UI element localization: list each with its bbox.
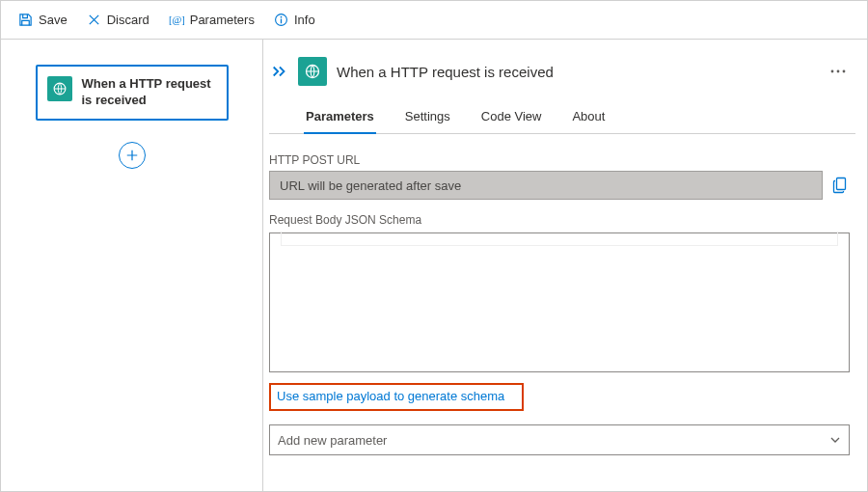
- main-split: When a HTTP request is received When a H…: [1, 40, 867, 491]
- tab-about[interactable]: About: [570, 101, 607, 133]
- tab-parameters[interactable]: Parameters: [304, 101, 376, 133]
- parameters-button[interactable]: [@] Parameters: [161, 9, 262, 31]
- save-label: Save: [39, 13, 68, 27]
- http-url-value: URL will be generated after save: [280, 178, 461, 193]
- detail-title: When a HTTP request is received: [337, 64, 554, 80]
- command-bar: Save Discard [@] Parameters Info: [1, 1, 867, 40]
- http-trigger-icon: [298, 57, 327, 86]
- detail-header: When a HTTP request is received: [269, 57, 855, 92]
- plus-icon: [125, 149, 139, 162]
- svg-point-7: [837, 70, 840, 73]
- copy-icon: [832, 177, 848, 194]
- trigger-card-title: When a HTTP request is received: [82, 76, 217, 109]
- save-icon: [18, 13, 33, 27]
- http-url-field: URL will be generated after save: [269, 171, 823, 200]
- add-parameter-label: Add new parameter: [278, 433, 387, 448]
- schema-box-wrap: [269, 231, 850, 375]
- detail-tabs: Parameters Settings Code View About: [269, 92, 855, 134]
- http-url-label: HTTP POST URL: [269, 153, 850, 167]
- collapse-button[interactable]: [271, 65, 288, 78]
- add-step-button[interactable]: [119, 142, 146, 169]
- more-horizontal-icon: [830, 69, 846, 73]
- http-url-row: URL will be generated after save: [269, 171, 850, 200]
- svg-point-6: [831, 70, 834, 73]
- svg-point-8: [843, 70, 846, 73]
- designer-canvas: When a HTTP request is received: [1, 40, 263, 491]
- parameters-label: Parameters: [190, 13, 255, 27]
- app-window: Save Discard [@] Parameters Info: [0, 0, 868, 492]
- http-trigger-icon: [47, 76, 72, 101]
- parameters-panel: HTTP POST URL URL will be generated afte…: [269, 134, 855, 483]
- sample-payload-highlight: Use sample payload to generate schema: [269, 383, 524, 411]
- svg-rect-9: [837, 178, 846, 190]
- parameters-icon: [@]: [169, 13, 184, 27]
- info-button[interactable]: Info: [266, 9, 323, 31]
- svg-text:[@]: [@]: [169, 14, 184, 25]
- schema-label: Request Body JSON Schema: [269, 213, 850, 227]
- discard-icon: [87, 13, 101, 27]
- add-parameter-dropdown[interactable]: Add new parameter: [269, 424, 850, 455]
- save-button[interactable]: Save: [11, 9, 75, 31]
- more-menu-button[interactable]: [825, 68, 852, 75]
- info-icon: [274, 13, 288, 27]
- discard-button[interactable]: Discard: [79, 9, 157, 31]
- discard-label: Discard: [107, 13, 149, 27]
- use-sample-payload-link[interactable]: Use sample payload to generate schema: [277, 389, 504, 403]
- tab-codeview[interactable]: Code View: [479, 101, 544, 133]
- detail-pane: When a HTTP request is received Paramete…: [263, 40, 867, 491]
- chevron-double-right-icon: [271, 65, 288, 78]
- svg-rect-3: [281, 19, 282, 24]
- schema-textarea[interactable]: [269, 232, 850, 372]
- trigger-card[interactable]: When a HTTP request is received: [36, 65, 229, 121]
- info-label: Info: [294, 13, 315, 27]
- copy-url-button[interactable]: [830, 175, 850, 196]
- chevron-down-icon: [829, 434, 841, 446]
- tab-settings[interactable]: Settings: [403, 101, 452, 133]
- svg-point-2: [281, 16, 283, 18]
